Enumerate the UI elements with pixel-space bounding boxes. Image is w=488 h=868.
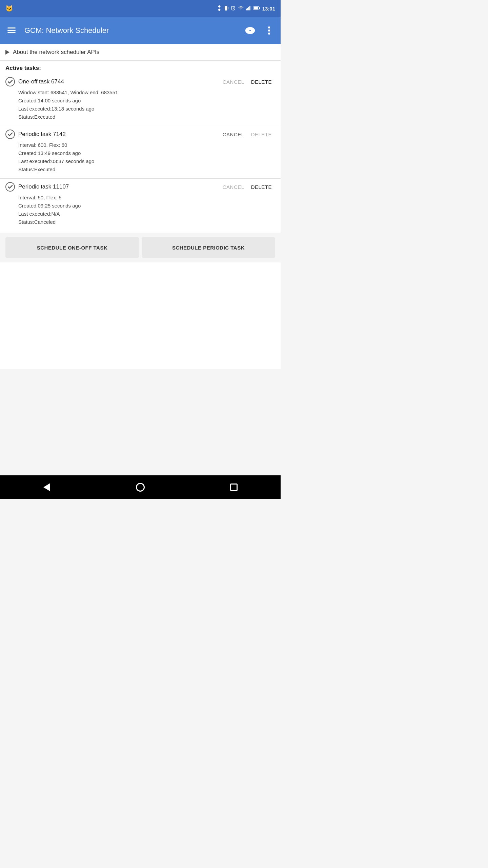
- app-status-icon: 🐱: [5, 5, 13, 12]
- content-area: About the network scheduler APIs Active …: [0, 44, 281, 369]
- task-header: Periodic task 11107 CANCEL DELETE: [5, 182, 275, 192]
- task-delete-button[interactable]: DELETE: [248, 183, 275, 191]
- task-name: Periodic task 7142: [18, 131, 219, 138]
- action-buttons-row: SCHEDULE ONE-OFF TASK SCHEDULE PERIODIC …: [0, 233, 281, 262]
- svg-rect-4: [246, 8, 247, 10]
- app-title: GCM: Network Scheduler: [24, 26, 237, 35]
- task-header: Periodic task 7142 CANCEL DELETE: [5, 130, 275, 139]
- alarm-icon: [230, 5, 236, 12]
- bottom-navigation: [0, 475, 281, 499]
- task-details: Interval: 600, Flex: 60 Created:13:49 se…: [5, 141, 275, 174]
- home-button[interactable]: [132, 479, 149, 496]
- svg-rect-0: [225, 6, 227, 11]
- status-bar-right: 13:01: [217, 5, 275, 12]
- svg-rect-6: [248, 7, 249, 10]
- schedule-periodic-button[interactable]: SCHEDULE PERIODIC TASK: [142, 237, 275, 258]
- svg-rect-5: [247, 8, 248, 10]
- task-item: One-off task 6744 CANCEL DELETE Window s…: [0, 74, 281, 126]
- svg-point-18: [268, 26, 270, 28]
- svg-point-20: [268, 33, 270, 35]
- svg-point-19: [268, 29, 270, 32]
- bluetooth-icon: [217, 5, 222, 12]
- empty-space: [0, 369, 281, 475]
- task-detail-line: Status:Executed: [18, 165, 275, 174]
- task-header: One-off task 6744 CANCEL DELETE: [5, 77, 275, 86]
- task-detail-line: Status:Canceled: [18, 218, 275, 226]
- wifi-icon: [238, 6, 244, 12]
- time-display: 13:01: [262, 6, 275, 12]
- task-item: Periodic task 7142 CANCEL DELETE Interva…: [0, 126, 281, 179]
- svg-rect-7: [249, 6, 250, 10]
- task-detail-line: Last executed:13:18 seconds ago: [18, 105, 275, 113]
- status-bar: 🐱: [0, 0, 281, 17]
- app-bar: GCM: Network Scheduler: [0, 17, 281, 44]
- task-check-icon: [5, 77, 15, 86]
- task-detail-line: Created:09:25 seconds ago: [18, 202, 275, 210]
- task-detail-line: Window start: 683541, Window end: 683551: [18, 88, 275, 97]
- schedule-one-off-button[interactable]: SCHEDULE ONE-OFF TASK: [5, 237, 139, 258]
- svg-rect-1: [224, 7, 224, 9]
- status-bar-left: 🐱: [5, 5, 13, 12]
- vibrate-icon: [224, 5, 228, 12]
- task-detail-line: Last executed:N/A: [18, 210, 275, 218]
- task-detail-line: Last executed:03:37 seconds ago: [18, 157, 275, 165]
- task-name: One-off task 6744: [18, 78, 219, 85]
- task-cancel-button[interactable]: CANCEL: [219, 130, 248, 139]
- task-details: Interval: 50, Flex: 5 Created:09:25 seco…: [5, 194, 275, 226]
- task-details: Window start: 683541, Window end: 683551…: [5, 88, 275, 121]
- task-item: Periodic task 11107 CANCEL DELETE Interv…: [0, 179, 281, 231]
- task-delete-button[interactable]: DELETE: [248, 78, 275, 86]
- task-cancel-button[interactable]: CANCEL: [219, 78, 248, 86]
- about-row[interactable]: About the network scheduler APIs: [0, 44, 281, 61]
- back-button[interactable]: [38, 479, 55, 496]
- recents-icon: [230, 484, 238, 491]
- task-detail-line: Created:13:49 seconds ago: [18, 149, 275, 157]
- svg-rect-2: [228, 7, 228, 9]
- svg-rect-10: [259, 7, 260, 9]
- task-cancel-button[interactable]: CANCEL: [219, 183, 248, 191]
- home-icon: [136, 483, 145, 492]
- recents-button[interactable]: [225, 479, 242, 496]
- task-detail-line: Interval: 50, Flex: 5: [18, 194, 275, 202]
- task-delete-button[interactable]: DELETE: [248, 130, 275, 139]
- task-detail-line: Interval: 600, Flex: 60: [18, 141, 275, 149]
- active-tasks-label: Active tasks:: [0, 61, 281, 74]
- hamburger-menu-button[interactable]: [5, 24, 18, 37]
- svg-rect-12: [7, 27, 16, 28]
- task-check-icon: [5, 182, 15, 192]
- svg-rect-8: [250, 6, 251, 10]
- svg-rect-14: [7, 32, 16, 33]
- task-detail-line: Created:14:00 seconds ago: [18, 97, 275, 105]
- expand-icon: [5, 50, 9, 55]
- task-detail-line: Status:Executed: [18, 113, 275, 121]
- svg-rect-13: [7, 30, 16, 31]
- back-icon: [43, 483, 50, 491]
- task-name: Periodic task 11107: [18, 183, 219, 190]
- about-text: About the network scheduler APIs: [13, 49, 99, 56]
- battery-icon: [253, 6, 260, 12]
- svg-rect-11: [254, 7, 258, 9]
- visibility-button[interactable]: [244, 24, 256, 37]
- task-check-icon: [5, 130, 15, 139]
- svg-point-17: [249, 30, 251, 31]
- more-options-button[interactable]: [263, 24, 275, 37]
- signal-icon: [246, 6, 251, 12]
